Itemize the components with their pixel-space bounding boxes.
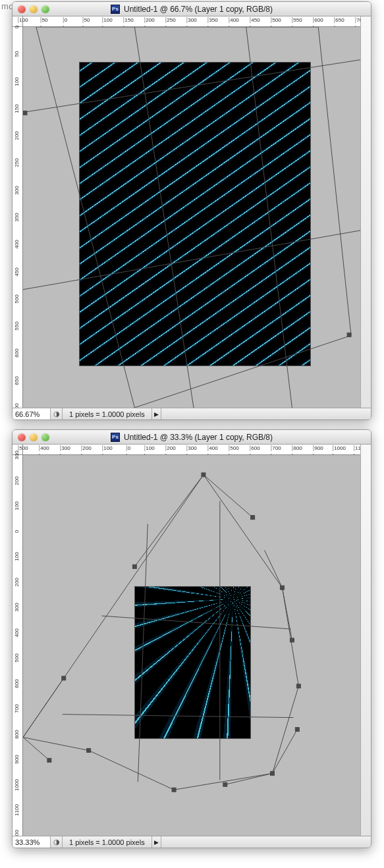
ruler-h-tick: 250 xyxy=(165,17,175,23)
vertical-ruler[interactable]: 0501001502002503003504004505005506006507… xyxy=(13,27,23,408)
ruler-h-tick: 50 xyxy=(41,17,48,23)
traffic-light-buttons xyxy=(18,5,49,13)
zoom-level-field[interactable]: 66.67% xyxy=(13,408,51,420)
svg-line-10 xyxy=(204,475,253,518)
ruler-v-tick: 1100 xyxy=(14,805,20,817)
status-info-text: 1 pixels = 1.0000 pixels xyxy=(63,836,152,848)
status-bar: 66.67% ◑ 1 pixels = 1.0000 pixels ▶ xyxy=(13,408,371,420)
ruler-h-tick: 600 xyxy=(250,445,260,451)
svg-rect-33 xyxy=(47,758,51,762)
ruler-v-tick: 500 xyxy=(14,294,20,303)
canvas-area[interactable] xyxy=(23,455,360,836)
svg-rect-28 xyxy=(295,728,299,732)
ruler-h-tick: 100 xyxy=(102,445,112,451)
ruler-v-tick: 200 xyxy=(14,476,20,485)
ruler-h-tick: 1000 xyxy=(333,445,346,451)
ruler-h-tick: 400 xyxy=(39,445,49,451)
ruler-h-tick: 600 xyxy=(313,17,323,23)
ruler-h-tick: 300 xyxy=(186,17,196,23)
svg-line-16 xyxy=(265,551,283,588)
ruler-v-tick: 900 xyxy=(14,755,20,764)
zoom-button[interactable] xyxy=(41,5,49,13)
svg-rect-24 xyxy=(132,564,136,568)
ruler-h-tick: 100 xyxy=(144,445,154,451)
svg-rect-34 xyxy=(62,676,66,680)
vertical-scrollbar[interactable] xyxy=(360,445,371,836)
ruler-v-tick: 650 xyxy=(14,376,20,385)
svg-rect-31 xyxy=(172,788,176,792)
svg-line-12 xyxy=(23,678,64,738)
status-flyout-icon[interactable]: ▶ xyxy=(152,836,161,848)
document-window-2: Ps Untitled-1 @ 33.3% (Layer 1 copy, RGB… xyxy=(12,429,371,848)
svg-rect-22 xyxy=(202,473,206,477)
window-title-text: Untitled-1 @ 33.3% (Layer 1 copy, RGB/8) xyxy=(124,433,273,442)
ruler-h-tick: 400 xyxy=(229,17,238,23)
ruler-v-tick: 0 xyxy=(14,529,20,532)
svg-rect-26 xyxy=(290,638,294,642)
window-title-text: Untitled-1 @ 66.7% (Layer 1 copy, RGB/8) xyxy=(124,5,273,14)
ruler-v-tick: 400 xyxy=(14,240,20,249)
zoom-button[interactable] xyxy=(41,433,49,441)
artboard xyxy=(135,587,250,738)
ruler-v-tick: 1000 xyxy=(14,779,20,791)
close-button[interactable] xyxy=(18,433,26,441)
ruler-h-tick: 650 xyxy=(334,17,344,23)
status-flyout-icon[interactable]: ▶ xyxy=(152,408,161,420)
svg-line-11 xyxy=(134,475,204,567)
ruler-v-tick: 300 xyxy=(14,450,20,459)
ruler-v-tick: 350 xyxy=(14,213,20,221)
ruler-h-tick: 550 xyxy=(292,17,302,23)
minimize-button[interactable] xyxy=(30,433,38,441)
canvas-area[interactable] xyxy=(23,27,360,408)
ruler-h-tick: 50 xyxy=(83,17,90,23)
svg-rect-9 xyxy=(347,333,351,337)
ruler-h-tick: 500 xyxy=(229,445,238,451)
ruler-v-tick: 550 xyxy=(14,321,20,330)
vertical-ruler[interactable]: 3002001000100200300400500600700800900100… xyxy=(13,455,23,836)
ruler-v-tick: 300 xyxy=(14,603,20,612)
document-window-1: Ps Untitled-1 @ 66.7% (Layer 1 copy, RGB… xyxy=(12,1,371,420)
close-button[interactable] xyxy=(18,5,26,13)
ruler-v-tick: 300 xyxy=(14,186,20,194)
zoom-level-field[interactable]: 33.33% xyxy=(13,836,51,848)
ruler-v-tick: 0 xyxy=(14,26,20,28)
ruler-h-tick: 200 xyxy=(144,17,154,23)
ruler-v-tick: 800 xyxy=(14,730,20,738)
svg-rect-25 xyxy=(280,585,284,589)
ruler-h-tick: 0 xyxy=(63,17,67,23)
ruler-h-tick: 100 xyxy=(102,17,112,23)
svg-rect-27 xyxy=(296,684,300,688)
ruler-h-tick: 200 xyxy=(165,445,175,451)
ruler-v-tick: 600 xyxy=(14,349,20,358)
ruler-v-tick: 100 xyxy=(14,77,20,86)
titlebar[interactable]: Ps Untitled-1 @ 66.7% (Layer 1 copy, RGB… xyxy=(13,2,371,16)
texture-layer xyxy=(135,587,250,738)
ruler-v-tick: 200 xyxy=(14,578,20,586)
titlebar[interactable]: Ps Untitled-1 @ 33.3% (Layer 1 copy, RGB… xyxy=(13,430,371,445)
svg-line-14 xyxy=(225,773,273,784)
horizontal-ruler[interactable]: 1005005010015020025030035040045050055060… xyxy=(23,16,360,27)
vertical-scrollbar[interactable] xyxy=(360,16,371,408)
ruler-v-tick: 200 xyxy=(14,131,20,140)
ruler-h-tick: 350 xyxy=(207,17,217,23)
ruler-v-tick: 100 xyxy=(14,552,20,560)
window-title: Ps Untitled-1 @ 33.3% (Layer 1 copy, RGB… xyxy=(13,433,371,442)
window-title: Ps Untitled-1 @ 66.7% (Layer 1 copy, RGB… xyxy=(13,5,371,14)
ruler-h-tick: 800 xyxy=(292,445,302,451)
minimize-button[interactable] xyxy=(30,5,38,13)
ruler-v-tick: 600 xyxy=(14,679,20,688)
ruler-h-tick: 450 xyxy=(250,17,260,23)
ruler-h-tick: 100 xyxy=(18,17,28,23)
preview-swatch-icon[interactable]: ◑ xyxy=(51,408,63,420)
artboard xyxy=(80,63,310,366)
ruler-v-tick: 250 xyxy=(14,159,20,167)
status-info-text: 1 pixels = 1.0000 pixels xyxy=(63,408,152,420)
ruler-v-tick: 150 xyxy=(14,104,20,113)
horizontal-ruler[interactable]: 5004003002001000100200300400500600700800… xyxy=(23,445,360,455)
ruler-v-tick: 450 xyxy=(14,267,20,276)
svg-rect-23 xyxy=(251,516,255,520)
preview-swatch-icon[interactable]: ◑ xyxy=(51,836,63,848)
ruler-h-tick: 200 xyxy=(81,445,91,451)
svg-line-13 xyxy=(23,738,49,761)
ruler-v-tick: 100 xyxy=(14,501,20,510)
